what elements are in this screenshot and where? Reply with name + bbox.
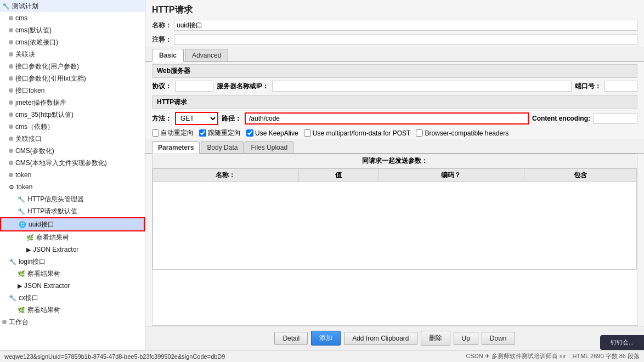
- sidebar-item-token-group[interactable]: ⚙ token: [0, 181, 145, 193]
- path-input[interactable]: [246, 114, 528, 123]
- sidebar-token-group-label: token: [16, 182, 32, 192]
- sidebar-item-token-top[interactable]: token: [0, 169, 145, 181]
- token-interface-dot: [9, 88, 13, 93]
- http-header-icon: 🔧: [18, 194, 25, 204]
- http-request-section: HTTP请求: [152, 95, 637, 109]
- sidebar-item-cms35[interactable]: cms_35(http默认值): [0, 109, 145, 121]
- sub-tab-files-upload[interactable]: Files Upload: [245, 142, 293, 153]
- sidebar: 🔧 测试计划 cms cms(默认值) cms(依赖接口) 关联块 接口参数化(…: [0, 0, 145, 350]
- auto-redirect-label[interactable]: 自动重定向: [152, 128, 194, 138]
- sidebar-item-uuid-interface[interactable]: 🌐 uuid接口: [0, 217, 145, 231]
- multipart-checkbox[interactable]: [304, 129, 311, 137]
- name-input[interactable]: [174, 20, 637, 31]
- test-plan-icon: 🔧: [2, 1, 10, 11]
- sidebar-token-top-label: token: [15, 170, 31, 180]
- sidebar-item-token-interface[interactable]: 接口token: [0, 84, 145, 97]
- sidebar-item-work-desk[interactable]: 工作台: [0, 316, 145, 328]
- sidebar-cms-local-label: CMS(本地导入文件实现参数化): [15, 158, 107, 168]
- sidebar-item-params-user[interactable]: 接口参数化(用户参数): [0, 60, 145, 72]
- web-server-section: Web服务器: [152, 64, 637, 78]
- sidebar-item-http-header[interactable]: 🔧 HTTP信息头管理器: [0, 193, 145, 205]
- encoding-input[interactable]: [594, 113, 637, 124]
- params-area: 同请求一起发送参数： 名称： 值 编码？ 包含: [152, 154, 637, 326]
- down-button[interactable]: Down: [482, 332, 515, 345]
- multipart-label[interactable]: Use multipart/form-data for POST: [304, 129, 411, 137]
- up-button[interactable]: Up: [454, 332, 478, 345]
- sidebar-item-cms-default[interactable]: cms(默认值): [0, 24, 145, 36]
- sidebar-test-plan-label: 测试计划: [12, 1, 38, 11]
- sidebar-item-json-extractor2[interactable]: ▶ JSON Extractor: [0, 280, 145, 292]
- server-input[interactable]: [272, 81, 572, 92]
- follow-redirect-label[interactable]: 跟随重定向: [199, 128, 241, 138]
- keepalive-checkbox[interactable]: [246, 129, 253, 137]
- sidebar-item-cms-depend[interactable]: cms(依赖接口): [0, 36, 145, 48]
- close-block-dot: [9, 52, 13, 56]
- sidebar-item-cms-rely[interactable]: cms（依赖）: [0, 121, 145, 133]
- sidebar-item-result-tree3[interactable]: 🌿 察看结果树: [0, 304, 145, 316]
- sidebar-jmeter-ops-label: jmeter操作数据库: [15, 98, 66, 108]
- result-tree1-icon: 🌿: [26, 233, 34, 242]
- browser-compat-checkbox[interactable]: [416, 129, 423, 137]
- sidebar-result-tree2-label: 察看结果树: [27, 269, 60, 279]
- sidebar-item-result-tree1[interactable]: 🌿 察看结果树: [0, 231, 145, 244]
- sidebar-item-params-file[interactable]: 接口参数化(引用txt文档): [0, 72, 145, 84]
- sidebar-item-http-default[interactable]: 🔧 HTTP请求默认值: [0, 205, 145, 217]
- result-tree2-icon: 🌿: [18, 269, 25, 279]
- sidebar-item-jmeter-ops[interactable]: jmeter操作数据库: [0, 97, 145, 109]
- method-select[interactable]: GET POST PUT DELETE: [176, 113, 217, 124]
- sidebar-item-cms-local[interactable]: CMS(本地导入文件实现参数化): [0, 157, 145, 169]
- sidebar-item-json-extractor1[interactable]: ▶ JSON Extractor: [0, 244, 145, 256]
- cms-default-dot: [9, 28, 13, 32]
- sidebar-cx-interface-label: cx接口: [19, 293, 38, 303]
- sidebar-item-login-interface[interactable]: 🔧 login接口: [0, 256, 145, 268]
- sidebar-item-cms-param[interactable]: CMS(参数化): [0, 145, 145, 157]
- sidebar-cms-label: cms: [15, 13, 27, 23]
- sub-tab-body-data[interactable]: Body Data: [201, 142, 244, 153]
- follow-redirect-checkbox[interactable]: [199, 129, 206, 137]
- json-extractor1-icon: ▶: [26, 245, 31, 254]
- browser-compat-label[interactable]: Browser-compatible headers: [416, 129, 509, 137]
- sidebar-item-close-interface[interactable]: 关联接口: [0, 133, 145, 145]
- params-title: 同请求一起发送参数：: [152, 154, 637, 168]
- work-desk-dot: [2, 320, 7, 324]
- protocol-input[interactable]: [175, 81, 213, 92]
- sidebar-item-result-tree2[interactable]: 🌿 察看结果树: [0, 268, 145, 280]
- http-default-icon: 🔧: [18, 206, 25, 216]
- sidebar-item-close-block[interactable]: 关联块: [0, 48, 145, 60]
- sidebar-cms35-label: cms_35(http默认值): [15, 110, 74, 120]
- delete-button[interactable]: 删除: [421, 331, 450, 346]
- comment-input[interactable]: [174, 34, 637, 45]
- sidebar-item-cms[interactable]: cms: [0, 12, 145, 24]
- close-interface-dot: [9, 137, 13, 141]
- jmeter-ops-dot: [9, 100, 13, 105]
- sidebar-cms-rely-label: cms（依赖）: [15, 122, 54, 132]
- tab-advanced[interactable]: Advanced: [185, 49, 228, 61]
- keepalive-label[interactable]: Use KeepAlive: [246, 129, 298, 137]
- result-tree3-icon: 🌿: [18, 305, 25, 315]
- add-button[interactable]: 添加: [311, 331, 341, 346]
- sidebar-item-test-plan[interactable]: 🔧 测试计划: [0, 0, 145, 12]
- name-label: 名称：: [152, 21, 174, 30]
- right-panel: HTTP请求 名称： 注释： Basic Advanced Web服务器 协议：…: [145, 0, 644, 350]
- detail-button[interactable]: Detail: [274, 332, 308, 345]
- method-label: 方法：: [152, 114, 172, 123]
- http-row: 方法： GET POST PUT DELETE 路径： Content enco…: [145, 110, 644, 127]
- sidebar-result-tree1-label: 察看结果树: [36, 233, 69, 242]
- col-value-header: 值: [298, 169, 378, 182]
- sidebar-item-cx-interface[interactable]: 🔧 cx接口: [0, 292, 145, 304]
- login-interface-icon: 🔧: [9, 257, 16, 267]
- sticky-note[interactable]: 钉钉会...: [600, 335, 644, 350]
- sub-tab-parameters[interactable]: Parameters: [152, 142, 200, 154]
- cms-param-dot: [9, 149, 13, 153]
- tab-basic[interactable]: Basic: [152, 49, 184, 62]
- auto-redirect-checkbox[interactable]: [152, 129, 159, 137]
- token-group-icon: ⚙: [9, 182, 14, 192]
- sidebar-params-user-label: 接口参数化(用户参数): [15, 61, 79, 71]
- add-clipboard-button[interactable]: Add from Clipboard: [344, 332, 417, 345]
- encoding-label: Content encoding:: [532, 115, 590, 122]
- params-empty-row: [153, 182, 637, 270]
- sidebar-json-extractor2-label: JSON Extractor: [24, 281, 70, 291]
- port-input[interactable]: [605, 81, 637, 92]
- params-user-dot: [9, 64, 13, 69]
- panel-title: HTTP请求: [145, 0, 644, 18]
